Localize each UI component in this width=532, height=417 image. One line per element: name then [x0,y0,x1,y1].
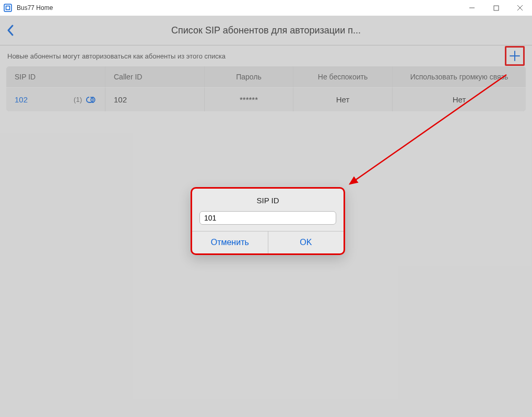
subheader-description: Новые абоненты могут авторизоваться как … [7,52,505,60]
add-button[interactable] [506,48,523,64]
col-sip-id: SIP ID [6,66,105,87]
navbar: Список SIP абонентов для авторизации п..… [0,16,532,45]
maximize-button[interactable] [484,0,508,16]
window-title: Bus77 Home [16,4,53,11]
back-button[interactable] [0,16,21,45]
window-controls [460,0,532,16]
ok-button[interactable]: OK [268,231,344,253]
sip-count: (1) [74,96,82,103]
link-icon [86,96,97,104]
page-title: Список SIP абонентов для авторизации п..… [0,25,532,36]
subheader: Новые абоненты могут авторизоваться как … [0,45,532,66]
app-icon [0,4,16,12]
col-dnd: Не беспокоить [293,66,393,87]
close-button[interactable] [508,0,532,16]
svg-rect-1 [6,6,10,10]
cell-password: ****** [205,87,293,111]
sip-table: SIP ID Caller ID Пароль Не беспокоить Ис… [6,66,526,111]
cell-speakerphone: Нет [393,87,526,111]
sip-id-value: 102 [15,95,28,104]
col-speakerphone: Использовать громкую связь [393,66,526,87]
sip-id-input[interactable] [199,211,336,225]
cell-dnd: Нет [293,87,393,111]
sip-id-dialog: SIP ID Отменить OK [191,187,345,255]
table-header: SIP ID Caller ID Пароль Не беспокоить Ис… [6,66,526,87]
cell-caller-id: 102 [105,87,205,111]
window-titlebar: Bus77 Home [0,0,532,16]
add-button-highlight [505,46,525,66]
cell-sip-id: 102 (1) [6,87,105,111]
dialog-title: SIP ID [192,189,344,209]
cancel-button[interactable]: Отменить [192,231,268,253]
svg-rect-0 [4,4,11,11]
minimize-button[interactable] [460,0,484,16]
plus-icon [509,50,521,62]
col-caller-id: Caller ID [105,66,205,87]
svg-rect-3 [494,6,499,10]
table-row[interactable]: 102 (1) 102 ****** Нет Нет [6,87,526,111]
col-password: Пароль [205,66,293,87]
